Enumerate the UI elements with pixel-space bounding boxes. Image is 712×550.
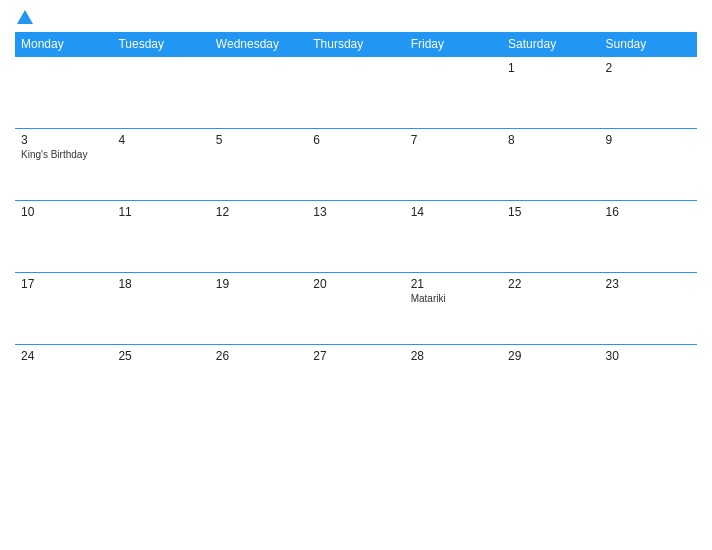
calendar-body: 123King's Birthday4567891011121314151617… xyxy=(15,57,697,417)
calendar-day-cell: 22 xyxy=(502,273,599,345)
day-number: 1 xyxy=(508,61,593,75)
calendar-day-cell: 28 xyxy=(405,345,502,417)
calendar-day-cell: 13 xyxy=(307,201,404,273)
weekday-header: Thursday xyxy=(307,32,404,57)
calendar-day-cell: 9 xyxy=(600,129,697,201)
calendar-day-cell: 14 xyxy=(405,201,502,273)
day-number: 19 xyxy=(216,277,301,291)
day-number: 29 xyxy=(508,349,593,363)
calendar-week-row: 24252627282930 xyxy=(15,345,697,417)
calendar-day-cell: 7 xyxy=(405,129,502,201)
day-number: 15 xyxy=(508,205,593,219)
calendar-day-cell: 21Matariki xyxy=(405,273,502,345)
weekday-header: Sunday xyxy=(600,32,697,57)
day-number: 11 xyxy=(118,205,203,219)
day-number: 6 xyxy=(313,133,398,147)
calendar-day-cell: 30 xyxy=(600,345,697,417)
calendar-header xyxy=(15,10,697,24)
calendar-week-row: 12 xyxy=(15,57,697,129)
day-number: 9 xyxy=(606,133,691,147)
weekday-header: Monday xyxy=(15,32,112,57)
day-number: 23 xyxy=(606,277,691,291)
day-number: 17 xyxy=(21,277,106,291)
weekday-row: MondayTuesdayWednesdayThursdayFridaySatu… xyxy=(15,32,697,57)
calendar-day-cell xyxy=(210,57,307,129)
weekday-header: Friday xyxy=(405,32,502,57)
day-number: 5 xyxy=(216,133,301,147)
day-event: Matariki xyxy=(411,293,496,304)
weekday-header: Saturday xyxy=(502,32,599,57)
day-number: 8 xyxy=(508,133,593,147)
calendar-day-cell: 24 xyxy=(15,345,112,417)
calendar-day-cell: 29 xyxy=(502,345,599,417)
calendar-day-cell: 4 xyxy=(112,129,209,201)
calendar-day-cell: 25 xyxy=(112,345,209,417)
day-number: 22 xyxy=(508,277,593,291)
logo-triangle-icon xyxy=(17,10,33,24)
day-number: 16 xyxy=(606,205,691,219)
day-number: 20 xyxy=(313,277,398,291)
calendar-day-cell: 26 xyxy=(210,345,307,417)
calendar-header-row: MondayTuesdayWednesdayThursdayFridaySatu… xyxy=(15,32,697,57)
day-number: 14 xyxy=(411,205,496,219)
calendar-day-cell: 12 xyxy=(210,201,307,273)
calendar-week-row: 1718192021Matariki2223 xyxy=(15,273,697,345)
calendar-day-cell xyxy=(112,57,209,129)
day-number: 21 xyxy=(411,277,496,291)
calendar-day-cell xyxy=(405,57,502,129)
weekday-header: Tuesday xyxy=(112,32,209,57)
calendar-day-cell xyxy=(307,57,404,129)
calendar-day-cell: 5 xyxy=(210,129,307,201)
day-number: 28 xyxy=(411,349,496,363)
day-number: 2 xyxy=(606,61,691,75)
day-number: 27 xyxy=(313,349,398,363)
day-number: 24 xyxy=(21,349,106,363)
day-number: 3 xyxy=(21,133,106,147)
calendar-week-row: 10111213141516 xyxy=(15,201,697,273)
day-event: King's Birthday xyxy=(21,149,106,160)
weekday-header: Wednesday xyxy=(210,32,307,57)
calendar-week-row: 3King's Birthday456789 xyxy=(15,129,697,201)
day-number: 7 xyxy=(411,133,496,147)
calendar-day-cell: 18 xyxy=(112,273,209,345)
day-number: 18 xyxy=(118,277,203,291)
day-number: 13 xyxy=(313,205,398,219)
calendar-table: MondayTuesdayWednesdayThursdayFridaySatu… xyxy=(15,32,697,417)
calendar-day-cell: 20 xyxy=(307,273,404,345)
calendar-day-cell: 27 xyxy=(307,345,404,417)
calendar-day-cell: 11 xyxy=(112,201,209,273)
day-number: 12 xyxy=(216,205,301,219)
day-number: 4 xyxy=(118,133,203,147)
calendar-day-cell: 23 xyxy=(600,273,697,345)
calendar-day-cell: 19 xyxy=(210,273,307,345)
calendar-day-cell: 6 xyxy=(307,129,404,201)
day-number: 25 xyxy=(118,349,203,363)
calendar-day-cell: 1 xyxy=(502,57,599,129)
calendar-page: MondayTuesdayWednesdayThursdayFridaySatu… xyxy=(0,0,712,550)
calendar-day-cell: 17 xyxy=(15,273,112,345)
calendar-day-cell xyxy=(15,57,112,129)
day-number: 26 xyxy=(216,349,301,363)
calendar-day-cell: 15 xyxy=(502,201,599,273)
calendar-day-cell: 16 xyxy=(600,201,697,273)
day-number: 30 xyxy=(606,349,691,363)
logo xyxy=(15,10,35,24)
day-number: 10 xyxy=(21,205,106,219)
calendar-day-cell: 3King's Birthday xyxy=(15,129,112,201)
calendar-day-cell: 8 xyxy=(502,129,599,201)
calendar-day-cell: 2 xyxy=(600,57,697,129)
calendar-day-cell: 10 xyxy=(15,201,112,273)
